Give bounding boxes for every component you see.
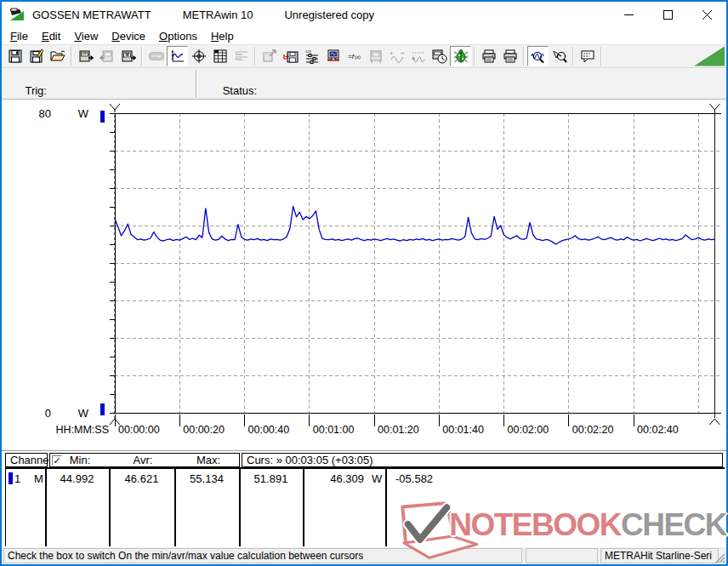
window-title-license: Unregistered copy [284,9,374,21]
info-panel: Trig: OFF Chan: 123456789 Status: Browsi… [2,68,726,100]
x-tick-label-4: 00:01:20 [378,424,419,436]
maximize-button[interactable] [648,2,687,27]
cursor-table: Channel: ✓ Min: Avr: Max: Curs: » 00:03:… [2,450,726,547]
resize-grip[interactable] [714,552,725,563]
zoom-curve-icon[interactable] [527,46,549,66]
numeric-display-icon[interactable]: 1257 [145,46,167,66]
y-axis-unit-bottom: W [78,407,89,420]
open-file-icon[interactable] [47,46,68,66]
column-divider [385,469,387,546]
menu-edit[interactable]: Edit [35,28,67,44]
close-icon [702,10,712,20]
y-axis-min-label: 0 [45,407,51,420]
svg-text:123: 123 [305,49,311,54]
read-memory-icon[interactable]: M [117,46,139,66]
status-bar: Check the box to switch On the min/avr/m… [2,547,726,564]
toolbar-separator [71,47,72,66]
x-tick-label-1: 00:00:20 [183,424,225,436]
toolbar-separator [600,47,602,66]
window-title-product: METRAwin 10 [183,9,253,21]
channel-range-marker-top [100,111,105,123]
channel-color-bar [9,472,13,484]
chart-panel: 80W0WHH:MM:SS00:00:0000:00:2000:00:4000:… [2,100,726,450]
comment-icon[interactable] [577,46,598,66]
title-bar: GOSSEN METRAWATT METRAwin 10 Unregistere… [2,2,726,27]
window-controls [609,2,726,27]
status-empty-section [526,548,598,563]
x-axis-format-label: HH:MM:SS [56,424,110,436]
cursor1-value: 51.891 [239,472,303,485]
x-tick-label-3: 00:01:00 [313,424,355,436]
save-as-icon[interactable] [26,46,47,66]
x-tick-label-6: 00:02:00 [508,424,549,436]
menu-bar: File Edit View Device Options Help [2,27,726,45]
interface-setup-icon[interactable] [322,46,344,66]
svg-text:M: M [125,52,128,57]
toolbar: 123 M 1257 123 [2,45,726,68]
menu-device[interactable]: Device [105,28,152,44]
minimize-button[interactable] [609,2,648,27]
avr-header: Avr: [113,454,173,466]
channel-number: 1 [14,472,20,485]
stats-header: ✓ Min: Avr: Max: [49,453,240,467]
cursor-1[interactable] [110,104,120,425]
min-value: 44.992 [45,472,109,485]
formula-icon[interactable]: =f(x) [344,46,365,66]
toolbar-separator [141,47,143,66]
channel-setup-icon[interactable]: 123 [301,46,322,66]
save-icon[interactable] [4,46,26,66]
avr-value: 46.621 [109,472,174,485]
live-record-icon[interactable] [450,46,471,66]
toolbar-separator [523,47,525,66]
x-tick-label-0: 00:00:00 [118,424,160,436]
sampling-wave-icon[interactable] [407,46,429,66]
table-view-icon[interactable] [209,46,230,66]
window-title-app: GOSSEN METRAWATT [32,9,151,21]
statistics-view-icon[interactable] [230,46,252,66]
device-setup-icon[interactable] [365,46,386,66]
menu-options[interactable]: Options [152,28,204,44]
menu-file[interactable]: File [3,28,35,44]
delta-value: -05.582 [395,472,433,485]
time-setup-icon[interactable] [429,46,450,66]
max-value: 55.134 [174,472,239,485]
cursor-mode-icon[interactable] [188,46,209,66]
chart-view-icon[interactable] [167,46,188,66]
close-button[interactable] [687,2,726,27]
export-icon[interactable] [259,46,280,66]
brand-corner-triangle [694,47,725,66]
cursors-header: Curs: » 00:03:05 (+03:05) [242,453,723,467]
read-device-icon[interactable]: 123 [75,46,96,66]
cursor2-value: 46.309 [303,472,364,485]
channel-mode: M [34,472,43,485]
print-icon[interactable] [499,46,520,66]
menu-view[interactable]: View [67,28,105,44]
status-hint: Check the box to switch On the min/avr/m… [3,548,522,563]
status-device-name: METRAHit Starline-Seri [600,548,719,563]
channel-row: 1 M 44.992 46.621 55.134 51.891 46.309 W… [5,467,725,546]
analog-wave-icon[interactable] [386,46,407,66]
toolbar-separator [572,47,574,66]
menu-help[interactable]: Help [204,28,241,44]
x-tick-label-2: 00:00:40 [248,424,290,436]
minimize-icon [624,10,634,20]
cursor2-unit: W [372,472,382,485]
svg-text:123: 123 [82,53,87,56]
cursor-2[interactable] [709,104,719,425]
y-axis-max-label: 80 [39,107,51,120]
print-preview-icon[interactable] [478,46,499,66]
store-data-icon[interactable] [280,46,301,66]
send-device-icon[interactable] [96,46,117,66]
channel-header: Channel: [5,453,48,467]
zoom-mode-icon[interactable] [549,46,570,66]
max-header: Max: [179,454,238,466]
toolbar-separator [474,47,475,66]
min-header: Min: [50,454,110,466]
svg-text:1257: 1257 [152,55,159,59]
svg-text:(x): (x) [355,54,361,60]
x-tick-label-7: 00:02:20 [572,424,614,436]
x-tick-label-5: 00:01:40 [442,424,484,436]
toolbar-separator [254,47,256,66]
power-chart[interactable]: 80W0WHH:MM:SS00:00:0000:00:2000:00:4000:… [2,100,726,450]
app-logo-icon [9,8,25,21]
